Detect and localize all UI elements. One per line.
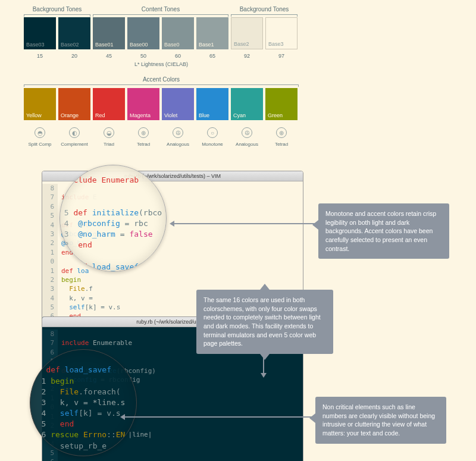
- magnifier-light: nclude Enumerab 5 def initialize(rbco 4 …: [60, 165, 167, 272]
- lightness-value: 15: [24, 53, 56, 59]
- relation-analogous: ☮Analogous: [162, 127, 194, 147]
- magnifier-dark: def load_savef 1 begin 2 File.foreach( 3…: [30, 349, 137, 456]
- relation-icon: ○: [207, 127, 218, 138]
- relation-triad: ◒Triad: [93, 127, 125, 147]
- relation-icon: ☮: [242, 127, 252, 138]
- relation-split-comp: ◓Split Comp: [24, 127, 56, 147]
- callout-color-swap: The same 16 colors are used in both colo…: [196, 290, 333, 354]
- swatch-cyan: Cyan: [231, 88, 263, 120]
- swatch-green: Green: [265, 88, 298, 120]
- lightness-value: 97: [265, 53, 298, 59]
- relation-analogous: ☮Analogous: [231, 127, 263, 147]
- swatch-base01: Base01: [93, 17, 125, 49]
- swatch-orange: Orange: [58, 88, 90, 120]
- lightness-value: 50: [127, 53, 159, 59]
- relation-monotone: ○Monotone: [196, 127, 228, 147]
- callout-line-numbers: Non critical elements such as line numbe…: [315, 397, 446, 444]
- swatch-base02: Base02: [58, 17, 90, 49]
- relation-icon: ◓: [35, 127, 45, 138]
- swatch-red: Red: [93, 88, 125, 120]
- demo-area: ruby.rb (~/wrk/solarized/utils/tests) – …: [24, 171, 452, 461]
- relation-complement: ◐Complement: [58, 127, 90, 147]
- swatch-base03: Base03: [24, 17, 56, 49]
- callout-arrow-1: [174, 223, 318, 224]
- relation-icon: ⊕: [276, 127, 287, 138]
- swatch-violet: Violet: [162, 88, 194, 120]
- callout-arrow-3: [125, 416, 315, 418]
- swatch-blue: Blue: [196, 88, 228, 120]
- lightness-value: 20: [58, 53, 90, 59]
- swatch-base3: Base3: [265, 17, 298, 49]
- relation-tetrad: ⊕Tetrad: [265, 127, 298, 147]
- base-tones-swatches: Base03Base02Base01Base00Base0Base1Base2B…: [24, 17, 452, 49]
- accent-swatches: YellowOrangeRedMagentaVioletBlueCyanGree…: [24, 88, 452, 120]
- accent-header: Accent Colors: [24, 76, 299, 85]
- base-tones-section: Background TonesContent TonesBackground …: [24, 6, 452, 67]
- relation-icon: ◒: [104, 127, 114, 138]
- lightness-value: 60: [162, 53, 194, 59]
- section-label: Background Tones: [24, 6, 90, 15]
- swatch-base1: Base1: [196, 17, 228, 49]
- relation-icon: ☮: [173, 127, 183, 138]
- accent-colors-section: Accent Colors YellowOrangeRedMagentaViol…: [24, 76, 452, 147]
- lightness-value: 65: [196, 53, 228, 59]
- swatch-base0: Base0: [162, 17, 194, 49]
- relation-icon: ◐: [69, 127, 80, 138]
- swatch-base2: Base2: [231, 17, 263, 49]
- lightness-value: 92: [231, 53, 263, 59]
- lightness-value: 45: [93, 53, 125, 59]
- section-label: Background Tones: [231, 6, 298, 15]
- relation-icon: ⊕: [138, 127, 149, 138]
- lightness-axis-label: L* Lightness (CIELAB): [58, 61, 264, 67]
- swatch-base00: Base00: [127, 17, 159, 49]
- callout-legibility: Monotone and accent colors retain crisp …: [318, 203, 449, 259]
- swatch-magenta: Magenta: [127, 88, 159, 120]
- swatch-yellow: Yellow: [24, 88, 56, 120]
- relation-tetrad: ⊕Tetrad: [127, 127, 159, 147]
- section-label: Content Tones: [93, 6, 228, 15]
